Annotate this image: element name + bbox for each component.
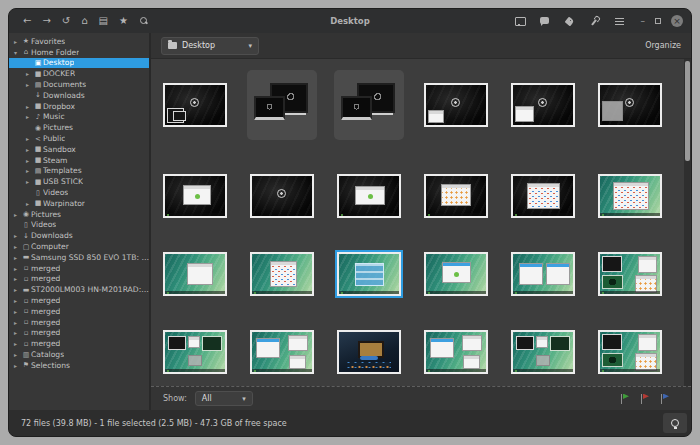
sidebar-item-merged[interactable]: ▸▫merged <box>9 306 149 317</box>
expander-icon[interactable]: ▸ <box>26 167 33 174</box>
organize-button[interactable]: Organize <box>645 41 681 50</box>
sidebar-item-selections[interactable]: ▸⚑Selections <box>9 360 149 371</box>
drives-icon[interactable]: ▤ <box>99 16 108 26</box>
sidebar-item-docker[interactable]: ▸■DOCKER <box>9 68 149 79</box>
thumbnail-17[interactable] <box>511 252 575 296</box>
thumbnail-8[interactable] <box>250 174 314 218</box>
thumbnail-10[interactable] <box>424 174 488 218</box>
expander-icon[interactable]: ▸ <box>14 351 21 358</box>
thumbnail-24[interactable] <box>598 330 662 374</box>
scrollbar-thumb[interactable] <box>685 61 690 161</box>
sidebar-item-documents[interactable]: ▸▤Documents <box>9 79 149 90</box>
expander-icon[interactable]: ▸ <box>26 178 33 185</box>
expander-icon[interactable]: ▸ <box>26 200 33 207</box>
thumbnail-9[interactable] <box>337 174 401 218</box>
thumbnail-5[interactable] <box>511 83 575 127</box>
sidebar-item-merged[interactable]: ▸▫merged <box>9 263 149 274</box>
expander-icon[interactable]: ▸ <box>14 297 21 304</box>
thumbnail-16[interactable] <box>424 252 488 296</box>
display-icon[interactable] <box>514 16 525 26</box>
thumbnail-2[interactable] <box>247 70 317 140</box>
expander-icon[interactable]: ▸ <box>14 275 21 282</box>
sidebar-item-downloads[interactable]: ↓Downloads <box>9 90 149 101</box>
sidebar-item-merged[interactable]: ▸▫merged <box>9 274 149 285</box>
expander-icon[interactable]: ▸ <box>14 211 21 218</box>
history-icon[interactable]: ↺ <box>62 16 70 26</box>
sidebar-item-templates[interactable]: ▸▤Templates <box>9 166 149 177</box>
sidebar-item-sandbox[interactable]: ▸■Sandbox <box>9 144 149 155</box>
thumbnail-7[interactable] <box>163 174 227 218</box>
sidebar-item-dropbox[interactable]: ▸■Dropbox <box>9 101 149 112</box>
show-filter-dropdown[interactable]: All ▾ <box>195 391 253 406</box>
expander-icon[interactable]: ▸ <box>14 319 21 326</box>
sidebar-item-videos[interactable]: ▯Videos <box>9 220 149 231</box>
sidebar-item-computer[interactable]: ▸▢Computer <box>9 241 149 252</box>
thumbnail-20[interactable] <box>250 330 314 374</box>
sidebar-item-desktop[interactable]: ▣Desktop <box>9 58 149 69</box>
sidebar-item-merged[interactable]: ▸▫merged <box>9 317 149 328</box>
flag-red-icon[interactable] <box>641 394 649 404</box>
thumbnail-1[interactable] <box>163 83 227 127</box>
chat-icon[interactable] <box>539 16 550 26</box>
thumbnail-23[interactable] <box>511 330 575 374</box>
sidebar-item-samsung-ssd-850-evo-1tb-data[interactable]: ▸▬Samsung SSD 850 EVO 1TB: Data <box>9 252 149 263</box>
close-button[interactable]: × <box>671 15 683 27</box>
sidebar-item-pictures[interactable]: ◉Pictures <box>9 122 149 133</box>
thumbnail-12[interactable] <box>598 174 662 218</box>
thumbnail-3[interactable] <box>334 70 404 140</box>
star-icon[interactable]: ★ <box>119 16 128 26</box>
back-icon[interactable]: ← <box>23 16 31 26</box>
menu-icon[interactable] <box>614 16 625 26</box>
expander-icon[interactable]: ▸ <box>14 38 21 45</box>
expander-icon[interactable]: ▸ <box>14 340 21 347</box>
scrollbar-track[interactable] <box>684 59 691 386</box>
sidebar-item-favorites[interactable]: ▸★Favorites <box>9 36 149 47</box>
maximize-button[interactable] <box>655 18 661 24</box>
expander-icon[interactable]: ▸ <box>26 157 33 164</box>
sidebar-item-steam[interactable]: ▸■Steam <box>9 155 149 166</box>
sidebar-item-videos[interactable]: ▯Videos <box>9 187 149 198</box>
minimize-button[interactable]: – <box>641 18 646 24</box>
sidebar-item-merged[interactable]: ▸▫merged <box>9 295 149 306</box>
sidebar-item-st2000lm003-hn-m201rad-2-0-tb[interactable]: ▸▬ST2000LM003 HN-M201RAD: 2.0 TB ... <box>9 284 149 295</box>
expander-icon[interactable]: ▸ <box>26 70 33 77</box>
sidebar-item-music[interactable]: ▸♪Music <box>9 112 149 123</box>
expander-icon[interactable]: ▸ <box>26 146 33 153</box>
sidebar-item-downloads[interactable]: ▸↓Downloads <box>9 230 149 241</box>
titlebar[interactable]: ←→↺⌂▤★ Desktop –× <box>9 9 691 33</box>
flag-blue-icon[interactable] <box>661 394 669 404</box>
expander-icon[interactable]: ▸ <box>14 308 21 315</box>
thumbnail-15[interactable] <box>337 252 401 296</box>
expander-icon[interactable]: ▸ <box>26 113 33 120</box>
sidebar-item-usb-stick[interactable]: ▸■USB STICK <box>9 176 149 187</box>
folder-dropdown[interactable]: Desktop ▾ <box>161 37 259 55</box>
expander-icon[interactable]: ▸ <box>14 329 21 336</box>
thumbnail-14[interactable] <box>250 252 314 296</box>
lightbulb-button[interactable] <box>663 413 687 433</box>
expander-icon[interactable]: ▸ <box>14 243 21 250</box>
thumbnail-18[interactable] <box>598 252 662 296</box>
home-icon[interactable]: ⌂ <box>81 16 87 26</box>
thumbnail-4[interactable] <box>424 83 488 127</box>
expander-icon[interactable]: ▸ <box>14 254 21 261</box>
sidebar-item-merged[interactable]: ▸▫merged <box>9 328 149 339</box>
wrench-icon[interactable] <box>589 16 600 26</box>
thumbnail-22[interactable] <box>424 330 488 374</box>
sidebar-item-merged[interactable]: ▸▫merged <box>9 338 149 349</box>
thumbnail-13[interactable] <box>163 252 227 296</box>
flag-green-icon[interactable] <box>621 394 629 404</box>
thumbnail-6[interactable] <box>598 83 662 127</box>
tag-icon[interactable] <box>564 16 575 26</box>
expander-icon[interactable]: ▸ <box>26 81 33 88</box>
sidebar-item-warpinator[interactable]: ▸■Warpinator <box>9 198 149 209</box>
thumbnail-21[interactable] <box>337 330 401 374</box>
search-icon[interactable] <box>139 16 149 26</box>
forward-icon[interactable]: → <box>42 16 50 26</box>
sidebar-item-pictures[interactable]: ▸◉Pictures <box>9 209 149 220</box>
expander-icon[interactable]: ▸ <box>14 265 21 272</box>
sidebar-item-catalogs[interactable]: ▸▥Catalogs <box>9 349 149 360</box>
thumbnail-11[interactable] <box>511 174 575 218</box>
expander-icon[interactable]: ▸ <box>14 362 21 369</box>
expander-icon[interactable]: ▸ <box>14 232 21 239</box>
sidebar-item-home-folder[interactable]: ▾⌂Home Folder <box>9 47 149 58</box>
